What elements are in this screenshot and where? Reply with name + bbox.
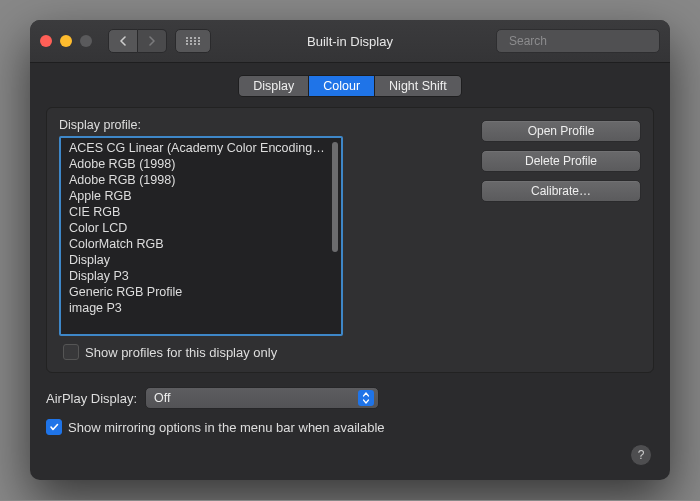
svg-point-5 [190,40,192,42]
prefs-window: Built-in Display Display Colour Night Sh… [30,20,670,480]
list-item[interactable]: Adobe RGB (1998) [61,156,341,172]
profile-column: Display profile: ACES CG Linear (Academy… [59,118,343,336]
airplay-popup[interactable]: Off [145,387,379,409]
mirror-row: Show mirroring options in the menu bar w… [46,419,654,435]
calibrate-button[interactable]: Calibrate… [481,180,641,202]
close-button[interactable] [40,35,52,47]
scrollbar-thumb[interactable] [332,142,338,252]
svg-point-1 [190,37,192,39]
list-item[interactable]: ACES CG Linear (Academy Color Encoding… [61,140,341,156]
delete-profile-button[interactable]: Delete Profile [481,150,641,172]
search-field[interactable] [496,29,660,53]
colour-panel: Display profile: ACES CG Linear (Academy… [46,107,654,373]
traffic-lights [40,35,92,47]
svg-point-7 [198,40,200,42]
minimize-button[interactable] [60,35,72,47]
svg-point-4 [186,40,188,42]
airplay-value: Off [154,391,170,405]
nav-back-forward [108,29,167,53]
list-item[interactable]: CIE RGB [61,204,341,220]
list-item[interactable]: Display P3 [61,268,341,284]
profile-actions: Open Profile Delete Profile Calibrate… [481,120,641,336]
svg-point-2 [194,37,196,39]
show-all-button[interactable] [175,29,211,53]
svg-point-0 [186,37,188,39]
open-profile-button[interactable]: Open Profile [481,120,641,142]
mirror-label: Show mirroring options in the menu bar w… [68,420,385,435]
list-item[interactable]: Adobe RGB (1998) [61,172,341,188]
svg-point-11 [198,43,200,45]
list-item[interactable]: Display [61,252,341,268]
svg-point-3 [198,37,200,39]
chevron-right-icon [148,36,156,46]
body: Display Colour Night Shift Display profi… [30,63,670,480]
profile-label: Display profile: [59,118,343,132]
airplay-row: AirPlay Display: Off [46,387,654,409]
airplay-label: AirPlay Display: [46,391,137,406]
search-input[interactable] [507,33,661,49]
show-only-label: Show profiles for this display only [85,345,277,360]
tab-colour[interactable]: Colour [309,76,375,96]
zoom-button[interactable] [80,35,92,47]
svg-point-9 [190,43,192,45]
grid-icon [185,36,201,46]
profile-items: ACES CG Linear (Academy Color Encoding… … [61,138,341,336]
svg-point-10 [194,43,196,45]
list-item[interactable]: Color LCD [61,220,341,236]
forward-button[interactable] [138,29,167,53]
segmented-tabs: Display Colour Night Shift [238,75,462,97]
tab-display[interactable]: Display [239,76,309,96]
profile-listbox[interactable]: ACES CG Linear (Academy Color Encoding… … [59,136,343,336]
help-button[interactable]: ? [630,444,652,466]
check-icon [49,422,59,432]
show-only-row: Show profiles for this display only [63,344,641,360]
mirror-checkbox[interactable] [46,419,62,435]
show-only-checkbox[interactable] [63,344,79,360]
popup-arrows-icon [358,390,374,406]
list-item[interactable]: image P3 [61,300,341,316]
list-item[interactable]: Generic RGB Profile [61,284,341,300]
tab-night-shift[interactable]: Night Shift [375,76,461,96]
list-item[interactable]: ColorMatch RGB [61,236,341,252]
chevron-left-icon [119,36,127,46]
svg-point-6 [194,40,196,42]
list-item[interactable]: Apple RGB [61,188,341,204]
back-button[interactable] [108,29,138,53]
svg-point-8 [186,43,188,45]
titlebar: Built-in Display [30,20,670,63]
